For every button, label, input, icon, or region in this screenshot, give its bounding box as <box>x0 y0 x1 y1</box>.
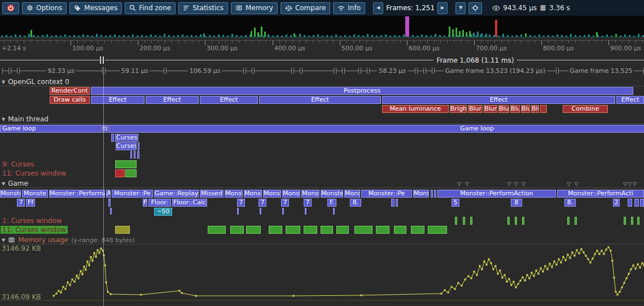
frame-boundary-line <box>103 67 104 306</box>
memory-min-label: 3146.09 KB <box>2 293 41 301</box>
memory-max-label: 3146.92 KB <box>2 244 41 252</box>
profiler-window: OptionsMessagesFind zoneStatisticsMemory… <box>0 0 644 306</box>
memory-plot[interactable] <box>0 0 644 306</box>
